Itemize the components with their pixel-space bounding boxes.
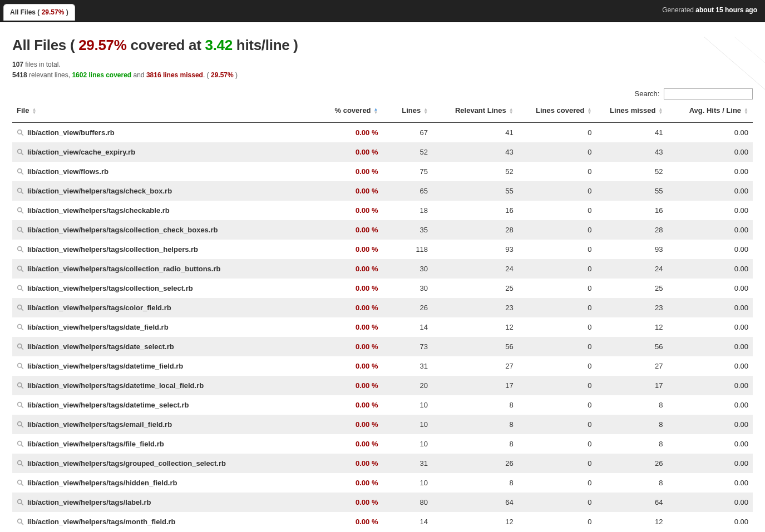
table-row[interactable]: lib/action_view/helpers/tags/date_select… — [12, 337, 753, 356]
sort-icon: ▲▼ — [658, 108, 663, 115]
lines-cell: 14 — [383, 512, 433, 531]
missed-cell: 25 — [596, 279, 667, 298]
avg-cell: 0.00 — [667, 317, 753, 337]
covered-cell: 0 — [518, 337, 596, 356]
file-name: lib/action_view/helpers/tags/collection_… — [27, 284, 193, 292]
pct-cell: 0.00 % — [304, 317, 383, 337]
relevant-cell: 8 — [432, 434, 518, 454]
file-cell[interactable]: lib/action_view/helpers/tags/date_select… — [12, 337, 304, 356]
search-input[interactable] — [664, 88, 753, 100]
col-lines-covered[interactable]: Lines covered▲▼ — [518, 101, 596, 123]
table-row[interactable]: lib/action_view/helpers/tags/hidden_fiel… — [12, 473, 753, 493]
pct-cell: 0.00 % — [304, 454, 383, 473]
file-cell[interactable]: lib/action_view/helpers/tags/file_field.… — [12, 434, 304, 454]
summary-pct-close: ) — [234, 71, 238, 79]
lines-cell: 67 — [383, 123, 433, 143]
file-name: lib/action_view/helpers/tags/collection_… — [27, 226, 218, 234]
missed-cell: 24 — [596, 259, 667, 279]
file-cell[interactable]: lib/action_view/helpers/tags/collection_… — [12, 240, 304, 259]
table-row[interactable]: lib/action_view/cache_expiry.rb0.00 %524… — [12, 142, 753, 162]
generated-prefix: Generated — [662, 6, 695, 14]
missed-cell: 28 — [596, 220, 667, 240]
avg-cell: 0.00 — [667, 356, 753, 376]
file-cell[interactable]: lib/action_view/helpers/tags/collection_… — [12, 259, 304, 279]
file-cell[interactable]: lib/action_view/helpers/tags/collection_… — [12, 220, 304, 240]
file-cell[interactable]: lib/action_view/helpers/tags/check_box.r… — [12, 181, 304, 201]
table-row[interactable]: lib/action_view/helpers/tags/collection_… — [12, 259, 753, 279]
table-row[interactable]: lib/action_view/helpers/tags/grouped_col… — [12, 454, 753, 473]
file-cell[interactable]: lib/action_view/helpers/tags/checkable.r… — [12, 201, 304, 220]
svg-point-24 — [18, 364, 22, 367]
missed-cell: 8 — [596, 415, 667, 434]
file-cell[interactable]: lib/action_view/helpers/tags/label.rb — [12, 493, 304, 512]
table-row[interactable]: lib/action_view/helpers/tags/datetime_lo… — [12, 376, 753, 395]
file-name: lib/action_view/cache_expiry.rb — [27, 148, 135, 156]
table-row[interactable]: lib/action_view/helpers/tags/collection_… — [12, 220, 753, 240]
svg-line-21 — [21, 329, 23, 331]
table-row[interactable]: lib/action_view/helpers/tags/file_field.… — [12, 434, 753, 454]
svg-line-7 — [21, 192, 23, 195]
summary-pct: 29.57% — [211, 71, 234, 79]
sort-icon: ▲▼ — [744, 108, 748, 115]
table-row[interactable]: lib/action_view/helpers/tags/email_field… — [12, 415, 753, 434]
file-cell[interactable]: lib/action_view/helpers/tags/datetime_lo… — [12, 376, 304, 395]
file-cell[interactable]: lib/action_view/flows.rb — [12, 162, 304, 181]
missed-cell: 12 — [596, 317, 667, 337]
file-cell[interactable]: lib/action_view/helpers/tags/hidden_fiel… — [12, 473, 304, 493]
file-cell[interactable]: lib/action_view/helpers/tags/collection_… — [12, 279, 304, 298]
pct-cell: 0.00 % — [304, 259, 383, 279]
table-row[interactable]: lib/action_view/buffers.rb0.00 %67410410… — [12, 123, 753, 143]
file-cell[interactable]: lib/action_view/helpers/tags/datetime_se… — [12, 395, 304, 415]
lines-cell: 65 — [383, 181, 433, 201]
col-file[interactable]: File▲▼ — [12, 101, 304, 123]
table-row[interactable]: lib/action_view/helpers/tags/color_field… — [12, 298, 753, 317]
relevant-cell: 24 — [432, 259, 518, 279]
relevant-cell: 8 — [432, 395, 518, 415]
svg-line-3 — [21, 153, 23, 156]
missed-cell: 55 — [596, 181, 667, 201]
file-name: lib/action_view/helpers/tags/checkable.r… — [27, 206, 170, 215]
table-row[interactable]: lib/action_view/helpers/tags/datetime_se… — [12, 395, 753, 415]
svg-line-5 — [21, 173, 23, 175]
lines-cell: 18 — [383, 201, 433, 220]
col-covered[interactable]: % covered▲▼ — [304, 101, 383, 123]
table-row[interactable]: lib/action_view/helpers/tags/month_field… — [12, 512, 753, 531]
file-cell[interactable]: lib/action_view/helpers/tags/color_field… — [12, 298, 304, 317]
table-row[interactable]: lib/action_view/helpers/tags/label.rb0.0… — [12, 493, 753, 512]
file-cell[interactable]: lib/action_view/cache_expiry.rb — [12, 142, 304, 162]
tab-all-files[interactable]: All Files ( 29.57% ) — [3, 4, 75, 21]
file-cell[interactable]: lib/action_view/helpers/tags/email_field… — [12, 415, 304, 434]
file-name: lib/action_view/helpers/tags/datetime_lo… — [27, 381, 204, 390]
file-cell[interactable]: lib/action_view/helpers/tags/date_field.… — [12, 317, 304, 337]
search-label: Search: — [635, 90, 660, 98]
table-row[interactable]: lib/action_view/helpers/tags/datetime_fi… — [12, 356, 753, 376]
pct-cell: 0.00 % — [304, 395, 383, 415]
lines-cell: 30 — [383, 279, 433, 298]
table-row[interactable]: lib/action_view/helpers/tags/collection_… — [12, 279, 753, 298]
table-row[interactable]: lib/action_view/helpers/tags/date_field.… — [12, 317, 753, 337]
svg-point-12 — [18, 247, 22, 251]
col-lines-missed[interactable]: Lines missed▲▼ — [596, 101, 667, 123]
svg-line-27 — [21, 387, 23, 389]
table-row[interactable]: lib/action_view/helpers/tags/collection_… — [12, 240, 753, 259]
file-cell[interactable]: lib/action_view/helpers/tags/datetime_fi… — [12, 356, 304, 376]
file-cell[interactable]: lib/action_view/helpers/tags/month_field… — [12, 512, 304, 531]
file-cell[interactable]: lib/action_view/helpers/tags/grouped_col… — [12, 454, 304, 473]
pct-cell: 0.00 % — [304, 356, 383, 376]
missed-cell: 17 — [596, 376, 667, 395]
col-relevant[interactable]: Relevant Lines▲▼ — [432, 101, 518, 123]
tab-label: All Files — [10, 8, 36, 16]
missed-cell: 41 — [596, 123, 667, 143]
avg-cell: 0.00 — [667, 220, 753, 240]
missed-cell: 27 — [596, 356, 667, 376]
table-row[interactable]: lib/action_view/helpers/tags/check_box.r… — [12, 181, 753, 201]
col-lines[interactable]: Lines▲▼ — [383, 101, 433, 123]
col-avg[interactable]: Avg. Hits / Line▲▼ — [667, 101, 753, 123]
lines-cell: 31 — [383, 454, 433, 473]
table-row[interactable]: lib/action_view/helpers/tags/checkable.r… — [12, 201, 753, 220]
summary-missed-count: 3816 — [146, 71, 161, 79]
table-row[interactable]: lib/action_view/flows.rb0.00 %75520520.0… — [12, 162, 753, 181]
sort-icon: ▲▼ — [32, 108, 36, 115]
covered-cell: 0 — [518, 123, 596, 143]
file-cell[interactable]: lib/action_view/buffers.rb — [12, 123, 304, 143]
